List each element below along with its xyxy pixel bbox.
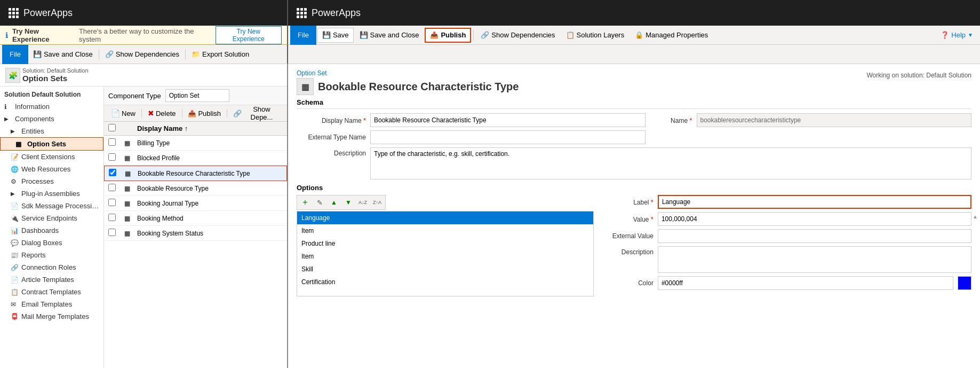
sidebar-item-web-resources[interactable]: 🌐 Web Resources: [0, 163, 103, 175]
ribbon-sep-1: [473, 30, 474, 41]
sidebar-item-article-templates[interactable]: 📄 Article Templates: [0, 273, 103, 286]
row-icon: ▦: [124, 199, 137, 207]
option-row-item2[interactable]: Item: [297, 250, 593, 263]
list-row[interactable]: ▦ Blocked Profile: [104, 151, 287, 166]
display-name-label: Display Name *: [297, 116, 366, 124]
option-move-up-button[interactable]: ▲: [327, 197, 341, 208]
save-close-icon: 💾: [360, 31, 368, 39]
save-close-button[interactable]: 💾 Save and Close: [355, 28, 424, 43]
publish-button[interactable]: 📤 Publish: [425, 28, 471, 43]
conn-icon: 🔗: [11, 264, 18, 271]
opt-ext-value-input[interactable]: [658, 229, 971, 243]
options-section: Options + ✎ ▲ ▼ A↓Z Z↑A: [297, 184, 971, 296]
option-row-certification[interactable]: Certification: [297, 276, 593, 288]
waffle-icon-left[interactable]: [9, 8, 18, 18]
list-sep-3: [227, 109, 227, 118]
sidebar-item-mail-merge[interactable]: 📮 Mail Merge Templates: [0, 310, 103, 323]
option-row-item1[interactable]: Item: [297, 224, 593, 237]
row-checkbox-col: [108, 138, 124, 147]
left-sep-2: [185, 49, 186, 60]
opt-value-input[interactable]: [658, 212, 971, 226]
sidebar-item-service-endpoints[interactable]: 🔌 Service Endpoints: [0, 212, 103, 224]
try-new-experience-button[interactable]: Try New Experience: [216, 26, 282, 44]
list-toolbar: 📄 New ✖ Delete 📤 Publish 🔗: [104, 105, 287, 122]
sidebar-item-entities[interactable]: ▶ Entities: [0, 125, 103, 137]
row-checkbox-col: [108, 229, 124, 238]
breadcrumb[interactable]: Option Set: [297, 69, 519, 77]
sidebar-item-processes[interactable]: ⚙ Processes: [0, 175, 103, 187]
row-name: Booking Journal Type: [137, 200, 283, 207]
option-row-skill[interactable]: Skill: [297, 263, 593, 276]
sidebar-item-contract-templates[interactable]: 📋 Contract Templates: [0, 286, 103, 298]
sidebar-item-components[interactable]: ▶ Components: [0, 113, 103, 125]
help-button[interactable]: ❓ Help ▼: [936, 28, 978, 43]
sidebar-item-dashboards[interactable]: 📊 Dashboards: [0, 224, 103, 237]
display-name-input[interactable]: [370, 113, 646, 127]
sidebar-item-plugin-assemblies[interactable]: ▶ Plug-in Assemblies: [0, 187, 103, 200]
sidebar-item-dialog-boxes[interactable]: 💬 Dialog Boxes: [0, 237, 103, 249]
option-sort-az-button[interactable]: A↓Z: [356, 197, 370, 208]
list-row[interactable]: ▦ Billing Type: [104, 136, 287, 151]
sidebar-item-sdk-message[interactable]: 📄 Sdk Message Processing St...: [0, 200, 103, 212]
opt-desc-textarea[interactable]: [658, 246, 971, 273]
list-row[interactable]: ▦ Booking Journal Type: [104, 196, 287, 211]
color-swatch: [958, 276, 971, 290]
list-row[interactable]: ▦ Bookable Resource Type: [104, 181, 287, 196]
sidebar-section-label: Solution Default Solution: [0, 87, 103, 100]
option-add-button[interactable]: +: [298, 197, 312, 208]
managed-properties-button[interactable]: 🔒 Managed Properties: [630, 28, 713, 43]
left-file-button[interactable]: File: [2, 45, 28, 64]
name-input[interactable]: [697, 113, 972, 127]
option-sort-za-button[interactable]: Z↑A: [370, 197, 384, 208]
opt-color-input[interactable]: [658, 276, 953, 290]
sidebar-item-email-templates[interactable]: ✉ Email Templates: [0, 298, 103, 310]
option-row-product-line[interactable]: Product line: [297, 237, 593, 250]
list-new-button[interactable]: 📄 New: [107, 107, 139, 120]
waffle-icon-right[interactable]: [297, 8, 306, 18]
list-publish-button[interactable]: 📤 Publish: [184, 107, 225, 120]
option-edit-button[interactable]: ✎: [313, 197, 326, 208]
option-row-language[interactable]: Language: [297, 212, 593, 224]
sidebar-item-reports[interactable]: 📰 Reports: [0, 249, 103, 261]
options-list-box: Language Item Product line Item Skill Ce…: [297, 211, 594, 296]
component-type-input[interactable]: [165, 89, 229, 102]
list-row[interactable]: ▦ Booking Method: [104, 211, 287, 226]
option-move-down-button[interactable]: ▼: [341, 197, 355, 208]
info-icon: ℹ: [4, 103, 12, 111]
mail-icon: 📮: [11, 313, 18, 320]
sidebar-item-option-sets[interactable]: ▦ Option Sets: [0, 137, 103, 151]
row-checkbox-col: [108, 214, 124, 223]
email-icon: ✉: [11, 301, 18, 308]
list-row-selected[interactable]: ▦ Bookable Resource Characteristic Type: [104, 166, 287, 181]
notification-label: Try New Experience: [12, 27, 75, 43]
select-all-checkbox[interactable]: [108, 124, 116, 131]
working-on-label: Working on solution: Default Solution: [866, 72, 971, 79]
description-textarea[interactable]: Type of the characteristic, e.g. skill, …: [370, 147, 971, 179]
left-export-button[interactable]: 📁 Export Solution: [188, 47, 253, 62]
sidebar-item-connection-roles[interactable]: 🔗 Connection Roles: [0, 261, 103, 273]
left-show-dep-button[interactable]: 🔗 Show Dependencies: [101, 47, 183, 62]
solution-layers-button[interactable]: 📋 Solution Layers: [561, 28, 630, 43]
sidebar-item-information[interactable]: ℹ Information: [0, 100, 103, 113]
row-checkbox-col: [108, 153, 124, 162]
row-icon: ▦: [124, 184, 137, 192]
sdk-icon: 📄: [11, 202, 18, 210]
show-dep-icon: 🔗: [481, 31, 489, 39]
main-list: Component Type 📄 New ✖ Delete: [104, 87, 287, 368]
components-icon: ▶: [4, 116, 12, 122]
list-row[interactable]: ▦ Booking System Status: [104, 226, 287, 241]
row-checkbox-col: [109, 169, 125, 178]
left-save-close-button[interactable]: 💾 Save and Close: [29, 47, 97, 62]
list-delete-button[interactable]: ✖ Delete: [144, 107, 180, 120]
brand-name-left: PowerApps: [23, 7, 73, 19]
save-button[interactable]: 💾 Save: [317, 28, 354, 43]
show-dependencies-button[interactable]: 🔗 Show Dependencies: [476, 28, 560, 43]
sidebar-item-client-extensions[interactable]: 📝 Client Extensions: [0, 151, 103, 163]
file-button[interactable]: File: [290, 26, 316, 45]
solution-header: 🧩 Solution: Default Solution Option Sets: [0, 64, 287, 87]
option-sets-icon: ▦: [15, 140, 24, 148]
list-show-dep-button[interactable]: 🔗 Show Depe...: [229, 107, 284, 120]
notification-bar: ℹ Try New Experience There's a better wa…: [0, 26, 288, 45]
external-type-input[interactable]: [370, 130, 646, 144]
opt-label-input[interactable]: [658, 195, 971, 209]
